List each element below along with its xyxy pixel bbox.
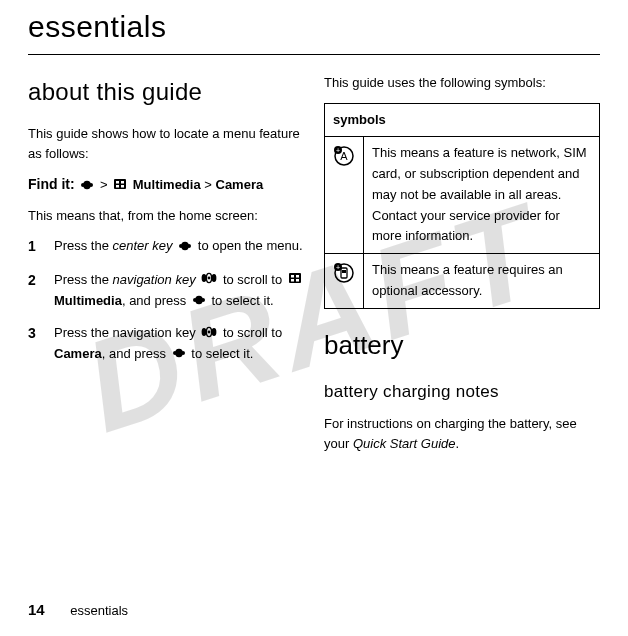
- footer: 14 essentials: [28, 601, 128, 618]
- right-column: This guide uses the following symbols: s…: [324, 73, 600, 464]
- step-3: 3 Press the navigation key to scroll to …: [28, 323, 304, 364]
- left-column: about this guide This guide shows how to…: [28, 73, 304, 464]
- page-content: essentials about this guide This guide s…: [28, 10, 600, 464]
- network-symbol-text: This means a feature is network, SIM car…: [364, 137, 600, 254]
- svg-rect-7: [121, 185, 124, 188]
- notes-post: .: [456, 436, 460, 451]
- svg-text:+: +: [336, 147, 340, 154]
- svg-point-22: [201, 298, 205, 302]
- multimedia-icon: [288, 270, 302, 290]
- s1-italic: center key: [113, 238, 173, 253]
- s3-mid: to scroll to: [223, 325, 282, 340]
- notes-italic: Quick Start Guide: [353, 436, 456, 451]
- svg-point-23: [202, 328, 207, 336]
- s3-tail: to select it.: [191, 346, 253, 361]
- s2-post2: , and press: [122, 293, 190, 308]
- columns: about this guide This guide shows how to…: [28, 73, 600, 464]
- battery-notes-text: For instructions on charging the battery…: [324, 414, 600, 454]
- find-it-camera: Camera: [216, 177, 264, 192]
- find-it-lead: Find it:: [28, 176, 75, 192]
- s2-bold: Multimedia: [54, 293, 122, 308]
- svg-rect-4: [116, 181, 119, 184]
- s3-post2: , and press: [102, 346, 170, 361]
- battery-heading: battery: [324, 325, 600, 365]
- nav-key-icon: [201, 324, 217, 344]
- center-key-icon: [80, 176, 94, 196]
- network-symbol-icon: A+: [325, 137, 364, 254]
- step-text: Press the navigation key to scroll to Ca…: [54, 323, 304, 364]
- svg-point-29: [181, 351, 185, 355]
- accessory-symbol-icon: +: [325, 254, 364, 309]
- steps-list: 1 Press the center key to open the menu.…: [28, 236, 304, 364]
- s2-tail: to select it.: [211, 293, 273, 308]
- s3-pre: Press the navigation key: [54, 325, 199, 340]
- means-text: This means that, from the home screen:: [28, 206, 304, 226]
- horizontal-rule: [28, 54, 600, 55]
- chapter-title: essentials: [28, 10, 600, 44]
- step-1: 1 Press the center key to open the menu.: [28, 236, 304, 258]
- svg-rect-36: [342, 270, 346, 273]
- svg-point-26: [212, 328, 217, 336]
- svg-rect-16: [291, 275, 294, 278]
- symbols-table: symbols A+ This means a feature is netwo…: [324, 103, 600, 309]
- svg-text:+: +: [336, 264, 340, 271]
- svg-point-11: [202, 274, 207, 282]
- about-intro: This guide shows how to locate a menu fe…: [28, 124, 304, 164]
- svg-rect-17: [296, 275, 299, 278]
- s2-italic: navigation key: [113, 272, 196, 287]
- s3-bold: Camera: [54, 346, 102, 361]
- svg-rect-5: [121, 181, 124, 184]
- multimedia-icon: [113, 176, 127, 196]
- svg-rect-18: [291, 279, 294, 282]
- find-it-sep2: >: [204, 177, 215, 192]
- about-guide-heading: about this guide: [28, 73, 304, 110]
- right-intro: This guide uses the following symbols:: [324, 73, 600, 93]
- svg-point-14: [212, 274, 217, 282]
- s2-pre: Press the: [54, 272, 113, 287]
- accessory-symbol-text: This means a feature requires an optiona…: [364, 254, 600, 309]
- table-row: + This means a feature requires an optio…: [325, 254, 600, 309]
- svg-point-10: [187, 244, 191, 248]
- page-number: 14: [28, 601, 45, 618]
- step-2: 2 Press the navigation key to scroll to …: [28, 270, 304, 311]
- step-num: 3: [28, 323, 38, 364]
- s1-post: to open the menu.: [198, 238, 303, 253]
- svg-rect-19: [296, 279, 299, 282]
- table-header-row: symbols: [325, 104, 600, 137]
- battery-notes-heading: battery charging notes: [324, 379, 600, 405]
- footer-label: essentials: [70, 603, 128, 618]
- find-it-line: Find it: > Multimedia > Camera: [28, 174, 304, 196]
- svg-point-2: [89, 183, 93, 187]
- find-it-sep: >: [100, 177, 111, 192]
- s1-pre: Press the: [54, 238, 113, 253]
- s2-mid: to scroll to: [223, 272, 286, 287]
- svg-point-25: [208, 330, 211, 333]
- step-num: 2: [28, 270, 38, 311]
- table-row: A+ This means a feature is network, SIM …: [325, 137, 600, 254]
- svg-rect-15: [289, 273, 301, 283]
- svg-point-13: [208, 277, 211, 280]
- svg-rect-6: [116, 185, 119, 188]
- step-text: Press the navigation key to scroll to Mu…: [54, 270, 304, 311]
- step-text: Press the center key to open the menu.: [54, 236, 304, 258]
- center-key-icon: [172, 344, 186, 364]
- svg-rect-3: [114, 179, 126, 189]
- center-key-icon: [178, 237, 192, 257]
- step-num: 1: [28, 236, 38, 258]
- center-key-icon: [192, 291, 206, 311]
- nav-key-icon: [201, 270, 217, 290]
- symbols-header: symbols: [325, 104, 600, 137]
- find-it-multimedia: Multimedia: [133, 177, 201, 192]
